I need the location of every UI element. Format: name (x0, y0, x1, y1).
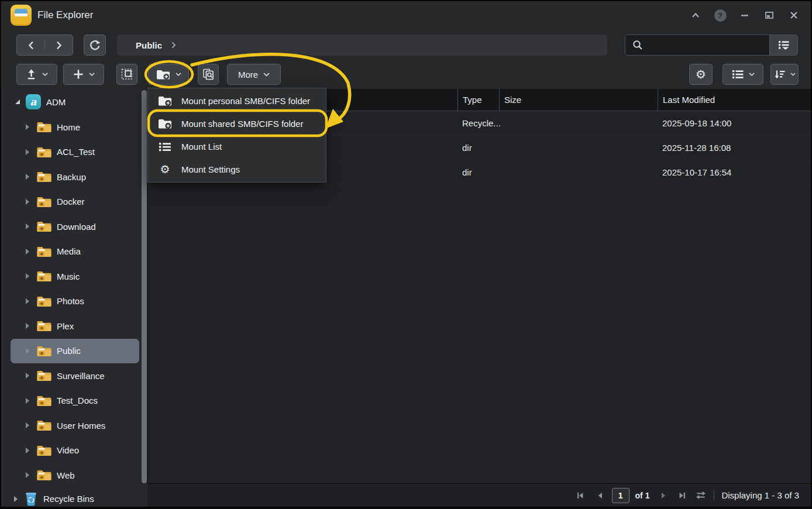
sidebar-item[interactable]: Media (11, 239, 139, 264)
collapsed-caret-icon[interactable] (26, 298, 29, 304)
collapsed-caret-icon[interactable] (26, 249, 29, 254)
sidebar-item[interactable]: Video (11, 438, 139, 463)
search-filter-icon (778, 40, 789, 50)
sidebar-item[interactable]: ACL_Test (11, 140, 139, 165)
add-button[interactable] (63, 64, 104, 85)
shared-folder-icon (36, 345, 52, 357)
refresh-button[interactable] (84, 35, 106, 56)
breadcrumb-current[interactable]: Public (136, 40, 162, 50)
sidebar-item-label: Video (57, 445, 79, 455)
page-number-input[interactable]: 1 (612, 488, 629, 503)
sidebar-item[interactable]: Plex (11, 314, 139, 339)
chevron-down-icon (176, 73, 181, 76)
first-page-button[interactable] (574, 490, 586, 501)
column-header-size[interactable]: Size (499, 89, 658, 111)
collapsed-caret-icon[interactable] (26, 422, 29, 428)
sidebar-item[interactable]: Public (11, 339, 139, 364)
collapsed-caret-icon[interactable] (26, 124, 29, 130)
view-mode-button[interactable] (722, 64, 763, 85)
sidebar-item[interactable]: Docker (11, 190, 139, 215)
collapsed-caret-icon[interactable] (26, 323, 29, 329)
statusbar-divider (714, 491, 714, 500)
sidebar-item-adm-root[interactable]: a ADM (1, 89, 147, 115)
settings-button[interactable]: ⚙ (689, 64, 713, 85)
collapsed-caret-icon[interactable] (26, 223, 29, 229)
select-all-button[interactable] (116, 64, 137, 85)
chevron-down-icon (89, 73, 95, 76)
menu-item-mount-shared[interactable]: Mount shared SMB/CIFS folder (148, 112, 326, 135)
collapsed-caret-icon[interactable] (26, 199, 29, 205)
file-explorer-app-icon (11, 5, 32, 26)
last-page-icon (677, 491, 687, 500)
sidebar-item-label: Recycle Bins (43, 494, 94, 504)
shared-folder-icon (36, 146, 52, 159)
search-input[interactable] (649, 35, 769, 55)
sidebar-item[interactable]: User Homes (11, 413, 139, 438)
more-button-label: More (238, 70, 258, 80)
first-page-icon (576, 491, 585, 500)
sidebar-item-label: Docker (57, 197, 85, 207)
help-icon[interactable]: ? (714, 9, 727, 22)
sidebar-item[interactable]: Photos (11, 289, 139, 314)
sidebar-item[interactable]: Web (11, 463, 139, 488)
cell-type: dir (462, 167, 504, 177)
collapsed-caret-icon[interactable] (26, 273, 29, 279)
sidebar-item[interactable]: Test_Docs (11, 388, 139, 414)
file-explorer-window: File Explorer ? (0, 0, 812, 509)
shared-folder-icon (36, 195, 52, 208)
sidebar-item[interactable]: Home (11, 115, 139, 140)
sidebar-item[interactable]: Music (11, 264, 139, 289)
collapsed-caret-icon[interactable] (26, 448, 29, 453)
collapsed-caret-icon[interactable] (26, 174, 29, 180)
menu-item-mount-personal[interactable]: Mount personal SMB/CIFS folder (148, 90, 326, 112)
shared-folder-icon (36, 245, 52, 258)
collapsed-caret-icon[interactable] (26, 149, 29, 155)
collapsed-caret-icon[interactable] (26, 348, 29, 354)
collapsed-caret-icon[interactable] (26, 472, 29, 478)
menu-item-label: Mount shared SMB/CIFS folder (181, 119, 303, 129)
upload-button[interactable] (16, 64, 57, 85)
menu-item-mount-list[interactable]: Mount List (148, 135, 326, 158)
forward-button[interactable] (45, 41, 73, 50)
close-icon[interactable] (787, 9, 800, 22)
chevron-down-icon (749, 73, 755, 76)
cell-modified: 2025-11-28 16:08 (662, 143, 811, 153)
collapsed-caret-icon[interactable] (14, 496, 18, 502)
menu-item-mount-settings[interactable]: ⚙ Mount Settings (148, 158, 326, 181)
sidebar-item-recycle-bins[interactable]: Recycle Bins (1, 488, 147, 509)
sidebar-scrollbar[interactable] (142, 90, 147, 483)
collapse-icon[interactable] (689, 9, 702, 22)
sort-button[interactable] (770, 64, 799, 85)
sidebar-item-label: Photos (57, 296, 84, 306)
sidebar: a ADM Home (1, 89, 147, 507)
column-header-type[interactable]: Type (457, 89, 499, 111)
more-button[interactable]: More (227, 64, 281, 85)
search-icon (625, 40, 649, 50)
maximize-icon[interactable] (763, 9, 776, 22)
sidebar-item[interactable]: Backup (11, 164, 139, 190)
expanded-caret-icon[interactable] (15, 99, 20, 104)
last-page-button[interactable] (676, 490, 688, 501)
collapsed-caret-icon[interactable] (26, 373, 29, 379)
sidebar-item[interactable]: Download (11, 214, 139, 239)
sidebar-item-label: Music (57, 271, 80, 281)
shared-folder-icon (36, 220, 52, 233)
previous-page-button[interactable] (594, 490, 606, 501)
mount-folder-icon (158, 95, 172, 106)
next-page-button[interactable] (658, 490, 669, 501)
search-options-button[interactable] (769, 35, 797, 55)
back-button[interactable] (17, 41, 45, 50)
search-files-icon (202, 68, 214, 80)
search-files-button[interactable] (198, 64, 219, 85)
sidebar-item-label: Web (57, 470, 75, 480)
sidebar-item-label: User Homes (57, 421, 105, 431)
mount-button[interactable] (148, 64, 189, 85)
sidebar-item-label: Download (57, 222, 96, 232)
minimize-icon[interactable] (738, 9, 751, 22)
reload-list-button[interactable] (695, 490, 707, 501)
collapsed-caret-icon[interactable] (26, 398, 29, 404)
sidebar-item-label: Public (57, 346, 81, 356)
column-header-modified[interactable]: Last Modified (658, 89, 811, 111)
sidebar-item[interactable]: Surveillance (11, 363, 139, 388)
breadcrumb[interactable]: Public (117, 35, 607, 56)
